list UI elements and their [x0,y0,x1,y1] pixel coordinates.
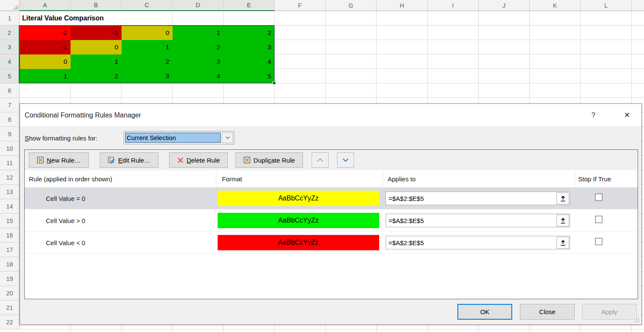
header-separator [575,171,575,186]
cell[interactable]: 2 [71,69,122,83]
applies-to-input[interactable] [386,192,570,205]
cell[interactable]: 2 [173,40,224,54]
apply-button[interactable]: Apply [582,304,637,320]
row-header-15[interactable]: 15 [0,214,20,228]
row-header-13[interactable]: 13 [0,185,20,199]
edit-pencil-icon [108,157,115,163]
rule-description: Cell Value = 0 [46,187,85,209]
column-header-D[interactable]: D [173,0,224,11]
cell[interactable]: 4 [224,54,275,69]
help-icon[interactable]: ? [587,104,600,126]
range-picker-button[interactable] [556,192,569,204]
rule-row-cell-value-eq-0[interactable]: Cell Value = 0 AaBbCcYyZz [25,187,638,209]
collapse-dialog-arrow-icon [560,240,566,246]
row-header-19[interactable]: 19 [0,272,20,286]
row-header-1[interactable]: 1 [0,11,20,26]
cell[interactable]: 1 [71,54,122,69]
cell-a1-title[interactable]: Literal Value Comparison [20,11,172,25]
column-header-L[interactable]: L [581,0,632,11]
rule-description: Cell Value > 0 [46,209,85,232]
row-header-7[interactable]: 7 [0,98,20,112]
column-header-I[interactable]: I [428,0,479,11]
duplicate-rule-label: Duplicate Rule [253,157,295,164]
cell[interactable]: 3 [122,69,173,83]
row-header-16[interactable]: 16 [0,228,20,243]
cell[interactable]: -1 [71,26,122,40]
close-icon[interactable]: ✕ [618,104,635,126]
row-header-18[interactable]: 18 [0,257,20,272]
column-header-H[interactable]: H [377,0,428,11]
dialog-title: Conditional Formatting Rules Manager [25,104,141,126]
row-header-10[interactable]: 10 [0,141,20,156]
cell[interactable]: 5 [224,69,275,83]
row-header-5[interactable]: 5 [0,69,20,83]
column-header-A[interactable]: A [20,0,71,11]
move-rule-down-button[interactable] [337,152,354,168]
row-header-6[interactable]: 6 [0,83,20,98]
cell[interactable]: -2 [20,26,71,40]
cell[interactable]: 1 [173,26,224,40]
range-picker-button[interactable] [556,237,569,249]
header-separator [216,171,216,186]
cell[interactable]: -1 [20,40,71,54]
range-picker-button[interactable] [556,215,569,226]
cell[interactable]: 4 [173,69,224,83]
column-header-K[interactable]: K [530,0,581,11]
row-header-4[interactable]: 4 [0,54,20,69]
format-preview-swatch: AaBbCcYyZz [218,213,379,228]
ok-button[interactable]: OK [457,304,512,320]
cell[interactable]: 0 [71,40,122,54]
cell[interactable]: 1 [122,40,173,54]
stop-if-true-checkbox[interactable] [595,238,602,245]
row-header-14[interactable]: 14 [0,199,20,214]
cell[interactable]: 3 [173,54,224,69]
row-header-3[interactable]: 3 [0,40,20,54]
applies-to-field-wrap [386,214,570,227]
column-header-G[interactable]: G [326,0,377,11]
row-header-17[interactable]: 17 [0,243,20,257]
row-header-20[interactable]: 20 [0,286,20,301]
row-header-21[interactable]: 21 [0,301,20,315]
dropdown-button[interactable] [222,132,233,143]
row-header-11[interactable]: 11 [0,156,20,170]
edit-rule-button[interactable]: Edit Rule… [100,152,159,168]
column-header-J[interactable]: J [479,0,530,11]
delete-rule-button[interactable]: Delete Rule [169,152,228,168]
column-header-E[interactable]: E [224,0,275,11]
row-header-2[interactable]: 2 [0,26,20,40]
select-all-corner[interactable] [0,0,20,11]
applies-to-input[interactable] [386,236,570,249]
cell[interactable]: 2 [122,54,173,69]
stop-if-true-checkbox[interactable] [595,194,602,201]
rule-row-cell-value-lt-0[interactable]: Cell Value < 0 AaBbCcYyZz [25,232,638,254]
table-icon [37,157,44,163]
cell[interactable]: 0 [20,54,71,69]
column-header-C[interactable]: C [122,0,173,11]
delete-rule-label: Delete Rule [187,157,220,164]
column-header-B[interactable]: B [71,0,122,11]
chevron-up-icon [317,158,323,162]
duplicate-rule-button[interactable]: Duplicate Rule [235,152,303,168]
cell[interactable]: 1 [20,69,71,83]
row-header-8[interactable]: 8 [0,112,20,127]
row-header-22[interactable]: 22 [0,315,20,329]
stop-if-true-checkbox[interactable] [595,216,602,223]
row-header-12[interactable]: 12 [0,170,20,185]
move-rule-up-button[interactable] [312,152,329,168]
cell[interactable]: 0 [122,26,173,40]
header-format: Format [222,170,242,187]
rule-row-cell-value-gt-0[interactable]: Cell Value > 0 AaBbCcYyZz [25,209,638,232]
new-rule-button[interactable]: New Rule… [29,152,89,168]
column-header-F[interactable]: F [275,0,326,11]
cell[interactable]: 2 [224,26,275,40]
resize-grip[interactable] [634,317,639,323]
cell[interactable]: 3 [224,40,275,54]
applies-to-field-wrap [386,236,570,249]
row-header-9[interactable]: 9 [0,127,20,141]
select-all-triangle-icon [13,4,18,10]
show-rules-for-dropdown[interactable]: Current Selection [124,131,234,144]
collapse-dialog-arrow-icon [560,218,566,224]
applies-to-input[interactable] [386,214,570,227]
table-icon [244,157,250,163]
close-button[interactable]: Close [520,304,575,320]
